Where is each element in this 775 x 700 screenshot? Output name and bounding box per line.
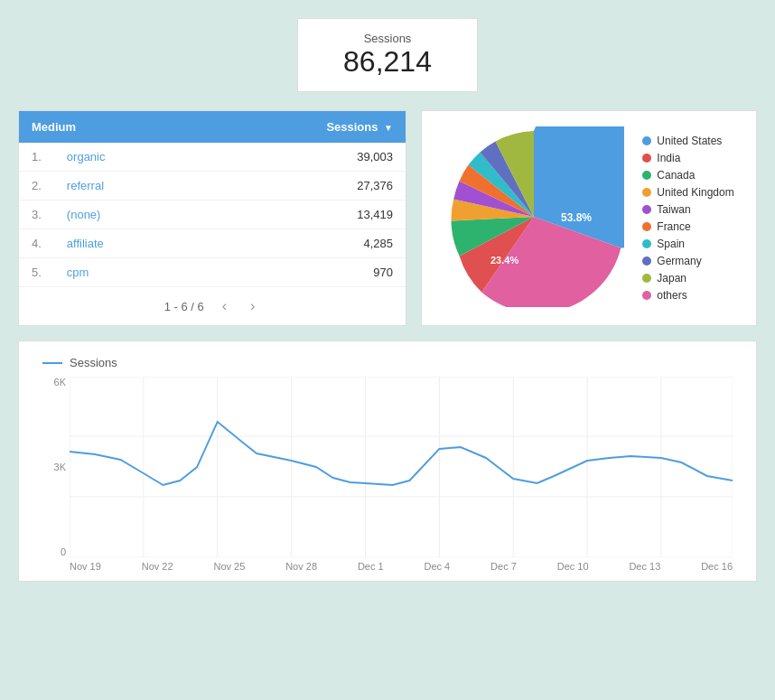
chart-area: 6K 3K 0 — [70, 377, 733, 557]
legend-dot — [642, 171, 651, 180]
legend-label: Canada — [657, 169, 695, 182]
legend-item: France — [642, 220, 733, 233]
legend-item: Germany — [642, 255, 733, 267]
pagination-range: 1 - 6 / 6 — [164, 300, 204, 313]
legend-label: France — [657, 220, 690, 233]
legend-dot — [642, 257, 651, 266]
legend-item: Spain — [642, 238, 733, 250]
legend-item: Canada — [642, 169, 733, 182]
x-label: Nov 25 — [213, 561, 245, 572]
row-medium: affiliate — [54, 229, 199, 258]
y-label-3k: 3K — [33, 462, 66, 472]
row-medium: cpm — [54, 258, 199, 287]
legend-item: United Kingdom — [642, 186, 733, 199]
col-medium: Medium — [19, 111, 198, 143]
legend-item: Taiwan — [642, 203, 733, 216]
pie-svg: 53.8% 23.4% — [444, 126, 624, 307]
x-label: Nov 28 — [285, 561, 317, 572]
legend-dot — [642, 136, 651, 145]
x-label: Dec 13 — [629, 561, 660, 572]
row-sessions: 39,003 — [198, 143, 406, 172]
line-chart-title: Sessions — [33, 356, 742, 369]
legend-label: others — [657, 289, 686, 302]
table-row: 2. referral 27,376 — [19, 172, 406, 201]
legend-dot — [642, 154, 651, 163]
legend-label: India — [657, 152, 680, 164]
row-sessions: 13,419 — [198, 201, 406, 229]
sort-icon: ▼ — [384, 123, 393, 133]
line-chart-container: Sessions 6K 3K 0 Nov 1 — [18, 341, 757, 582]
legend-dot — [642, 239, 651, 248]
pie-label-others: 23.4% — [490, 255, 518, 266]
row-rank: 5. — [19, 258, 54, 287]
row-rank: 4. — [19, 229, 54, 258]
legend-label: Spain — [657, 238, 685, 250]
row-sessions: 4,285 — [198, 229, 406, 258]
legend-item: others — [642, 289, 733, 302]
row-rank: 3. — [19, 201, 54, 229]
row-medium: (none) — [54, 201, 199, 229]
table-row: 3. (none) 13,419 — [19, 201, 406, 229]
pie-chart-container: 53.8% 23.4% United States India Canada U… — [421, 110, 757, 326]
row-rank: 2. — [19, 172, 54, 201]
x-labels: Nov 19Nov 22Nov 25Nov 28Dec 1Dec 4Dec 7D… — [70, 557, 733, 572]
pie-chart: 53.8% 23.4% — [444, 126, 624, 310]
pagination-next[interactable]: › — [245, 296, 260, 316]
x-label: Nov 22 — [142, 561, 173, 572]
pie-label-us: 53.8% — [561, 211, 592, 224]
x-label: Nov 19 — [70, 561, 101, 572]
legend-dot — [642, 205, 651, 214]
x-label: Dec 4 — [424, 561, 450, 572]
legend-label: Taiwan — [657, 203, 690, 216]
legend-label: Germany — [657, 255, 701, 267]
medium-table-container: Medium Sessions ▼ 1. organic 39,003 2. r… — [18, 110, 406, 326]
table-row: 1. organic 39,003 — [19, 143, 406, 172]
row-sessions: 970 — [198, 258, 406, 287]
pagination-prev[interactable]: ‹ — [217, 296, 232, 316]
table-row: 4. affiliate 4,285 — [19, 229, 406, 258]
x-label: Dec 1 — [358, 561, 384, 572]
pie-legend: United States India Canada United Kingdo… — [642, 135, 733, 302]
sessions-line — [70, 422, 733, 485]
table-row: 5. cpm 970 — [19, 258, 406, 287]
legend-label: United Kingdom — [657, 186, 733, 199]
legend-dot — [642, 274, 651, 283]
legend-dot — [642, 291, 651, 300]
legend-label: United States — [657, 135, 722, 147]
row-rank: 1. — [19, 143, 54, 172]
line-chart-label: Sessions — [70, 356, 117, 369]
row-medium: organic — [54, 143, 199, 172]
line-legend-dash — [42, 362, 62, 364]
sessions-metric: Sessions 86,214 — [297, 18, 478, 92]
top-row: Medium Sessions ▼ 1. organic 39,003 2. r… — [18, 110, 757, 326]
legend-item: Japan — [642, 272, 733, 285]
x-label: Dec 10 — [557, 561, 589, 572]
line-chart-svg — [70, 377, 733, 557]
legend-dot — [642, 188, 651, 197]
x-label: Dec 16 — [701, 561, 733, 572]
row-sessions: 27,376 — [198, 172, 406, 201]
legend-item: United States — [642, 135, 733, 147]
y-label-6k: 6K — [33, 377, 66, 387]
col-sessions: Sessions ▼ — [198, 111, 406, 143]
legend-dot — [642, 222, 651, 231]
sessions-label: Sessions — [316, 32, 459, 45]
table-pagination: 1 - 6 / 6 ‹ › — [19, 287, 406, 325]
y-label-0: 0 — [33, 546, 66, 557]
legend-label: Japan — [657, 272, 686, 285]
x-label: Dec 7 — [490, 561, 517, 572]
row-medium: referral — [54, 172, 199, 201]
medium-table: Medium Sessions ▼ 1. organic 39,003 2. r… — [19, 111, 406, 287]
legend-item: India — [642, 152, 733, 164]
sessions-value: 86,214 — [316, 45, 459, 79]
y-labels: 6K 3K 0 — [33, 377, 66, 557]
